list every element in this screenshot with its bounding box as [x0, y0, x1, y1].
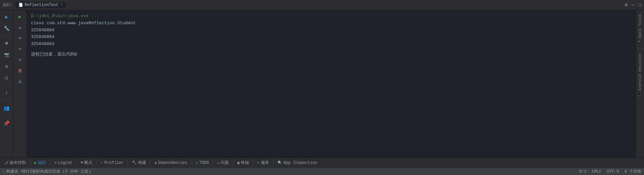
left-sidebar: ▶ 🔧 ■ 📷 ⊞ 🖨 ⬆ 👥 📌	[0, 10, 13, 158]
dependencies-icon: ◈	[155, 161, 157, 165]
toolbar-terminal[interactable]: ▣ 终端	[234, 159, 252, 167]
right-sidebar-android-emulator[interactable]: 📱 Android Emulator	[637, 48, 643, 101]
breakpoints-label: 断点	[84, 160, 92, 166]
maximize-icon[interactable]: □	[639, 2, 641, 8]
build-icon: 🔨	[132, 161, 137, 165]
console-output: D:\jdk1.8\bin\java.exe ... class com.std…	[27, 10, 636, 158]
sidebar-wrench-icon[interactable]: 🔧	[2, 24, 11, 33]
android-emulator-icon: 📱	[638, 91, 642, 97]
version-control-icon: ⎇	[4, 161, 8, 165]
toolbar-logcat[interactable]: ≡ Logcat	[52, 160, 75, 166]
console-line-num3: 325040804	[31, 41, 632, 48]
sidebar-sep-3	[3, 100, 11, 101]
run-play-icon[interactable]: ▶	[15, 12, 25, 22]
toolbar-breakpoints[interactable]: ⚑ 断点	[78, 159, 95, 167]
toolbar-sep-6	[150, 160, 151, 166]
toolbar-sep-2	[50, 160, 50, 166]
right-sidebar-data-tools[interactable]: ☁ Data Tools	[637, 10, 643, 48]
app-inspection-icon: 🔍	[277, 161, 282, 165]
run-trash-icon[interactable]: 🗑	[15, 66, 25, 75]
sidebar-sep-1	[3, 36, 11, 36]
issues-icon: ⚠	[217, 161, 220, 165]
console-line-num2: 325040804	[31, 34, 632, 41]
status-encoding: UTF-8	[607, 169, 619, 174]
main-layout: ▶ 🔧 ■ 📷 ⊞ 🖨 ⬆ 👥 📌 ▶ ▲ ▼ ≡ ⊟ 🗑 🖨 D:\jdk1.…	[0, 10, 644, 158]
bottom-toolbar: ⎇ 版本控制 ▶ 运行 ≡ Logcat ⚑ 断点 ⚡ Profiler 🔨 构…	[0, 158, 644, 168]
title-tab[interactable]: 📄 ReflectionTest ×	[16, 2, 66, 8]
title-bar: 运行: 📄 ReflectionTest × ⚙ — □	[0, 0, 644, 10]
sidebar-stop-icon[interactable]: ■	[2, 39, 11, 48]
sidebar-table-icon[interactable]: ⊞	[2, 62, 11, 71]
right-sidebar: ☁ Data Tools 📱 Android Emulator	[636, 10, 644, 158]
terminal-label: 终端	[241, 160, 249, 166]
sidebar-sep-4	[3, 115, 11, 116]
sidebar-sep-2	[3, 85, 11, 85]
toolbar-sep-4	[96, 160, 97, 166]
terminal-icon: ▣	[237, 161, 240, 165]
toolbar-sep-10	[253, 160, 253, 166]
toolbar-sep-1	[30, 160, 30, 166]
console-line-num1: 325040804	[31, 27, 632, 34]
breakpoints-icon: ⚑	[81, 161, 83, 165]
toolbar-version-control[interactable]: ⎇ 版本控制	[1, 159, 29, 167]
settings-icon[interactable]: ⚙	[625, 2, 628, 8]
toolbar-issues[interactable]: ⚠ 问题	[215, 159, 232, 167]
todo-icon: ☑	[196, 161, 198, 165]
logcat-icon: ≡	[54, 161, 57, 165]
toolbar-build[interactable]: 🔨 构建	[129, 159, 149, 167]
run-up-icon[interactable]: ▲	[15, 23, 25, 32]
sidebar-group-icon[interactable]: 👥	[2, 103, 11, 113]
sidebar-print-icon[interactable]: 🖨	[2, 73, 11, 82]
run-down-icon[interactable]: ▼	[15, 34, 25, 43]
status-bar-left: □ 构建在 4秒12毫秒内成功完成 (3 分钟 之前)	[3, 169, 579, 174]
title-bar-controls: ⚙ — □	[625, 2, 641, 8]
toolbar-run[interactable]: ▶ 运行	[32, 159, 49, 167]
app-inspection-label: App Inspection	[284, 161, 317, 165]
sidebar-login-icon[interactable]: ⬆	[2, 88, 11, 98]
toolbar-todo[interactable]: ☑ TODO	[193, 160, 211, 166]
status-build-text: 构建在 4秒12毫秒内成功完成 (3 分钟 之前)	[6, 169, 91, 174]
run-lines2-icon[interactable]: ⊟	[15, 55, 25, 65]
sidebar-play-icon[interactable]: ▶	[2, 12, 11, 22]
run-icon: ▶	[34, 161, 37, 165]
status-bar-right: 8:1 CRLF UTF-8 4 个空格	[579, 169, 641, 174]
run-label: 运行:	[3, 2, 13, 8]
profiler-label: Profiler	[104, 161, 124, 165]
services-label: 服务	[261, 160, 269, 166]
console-line-blank	[31, 48, 632, 51]
run-label-toolbar: 运行	[38, 160, 46, 166]
toolbar-profiler[interactable]: ⚡ Profiler	[98, 160, 126, 166]
minimize-icon[interactable]: —	[632, 2, 634, 8]
logcat-label: Logcat	[58, 161, 72, 165]
status-line-ending: CRLF	[592, 169, 602, 174]
sidebar-camera-icon[interactable]: 📷	[2, 50, 11, 60]
console-line-cmd: D:\jdk1.8\bin\java.exe ...	[31, 13, 632, 20]
toolbar-services[interactable]: ▷ 服务	[255, 159, 272, 167]
toolbar-sep-7	[191, 160, 191, 166]
toolbar-app-inspection[interactable]: 🔍 App Inspection	[275, 160, 320, 166]
build-label: 构建	[138, 160, 146, 166]
run-lines-icon[interactable]: ≡	[15, 44, 25, 54]
data-tools-icon: ☁	[638, 38, 642, 44]
status-build-icon: □	[3, 170, 5, 174]
toolbar-sep-8	[213, 160, 213, 166]
console-line-process: 进程已结束，退出代码0	[31, 51, 632, 58]
profiler-icon: ⚡	[101, 161, 103, 165]
version-control-label: 版本控制	[10, 160, 26, 166]
todo-label: TODO	[199, 161, 209, 165]
toolbar-sep-11	[273, 160, 273, 166]
dependencies-label: Dependencies	[158, 161, 187, 165]
status-position: 8:1	[579, 169, 587, 174]
tab-name: ReflectionTest	[25, 3, 58, 7]
sidebar-pin-icon[interactable]: 📌	[2, 118, 11, 128]
toolbar-sep-5	[128, 160, 128, 166]
run-printer-icon[interactable]: 🖨	[15, 77, 25, 86]
toolbar-sep-9	[233, 160, 233, 166]
tab-close-icon[interactable]: ×	[60, 3, 63, 7]
status-bar: □ 构建在 4秒12毫秒内成功完成 (3 分钟 之前) 8:1 CRLF UTF…	[0, 168, 644, 175]
console-line-class: class com.std.www.javaReflection.Student	[31, 20, 632, 27]
toolbar-dependencies[interactable]: ◈ Dependencies	[152, 160, 190, 166]
services-icon: ▷	[257, 161, 260, 165]
title-bar-left: 运行: 📄 ReflectionTest ×	[3, 2, 66, 8]
content-area: D:\jdk1.8\bin\java.exe ... class com.std…	[27, 10, 636, 158]
